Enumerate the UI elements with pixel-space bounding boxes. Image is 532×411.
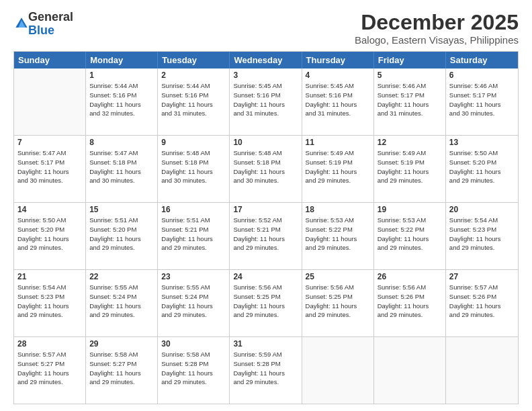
daylight-text: Daylight: 11 hours bbox=[378, 302, 429, 310]
daylight-text2: and 29 minutes. bbox=[233, 311, 279, 318]
day-number: 11 bbox=[306, 138, 370, 147]
daylight-text2: and 29 minutes. bbox=[161, 244, 207, 251]
sunrise-text: Sunrise: 5:49 AM bbox=[306, 149, 354, 156]
day-number: 9 bbox=[161, 138, 226, 147]
day-number: 27 bbox=[449, 272, 515, 281]
cal-cell: 22Sunrise: 5:55 AMSunset: 5:24 PMDayligh… bbox=[86, 270, 158, 336]
sunset-text: Sunset: 5:16 PM bbox=[89, 91, 136, 99]
sunset-text: Sunset: 5:28 PM bbox=[161, 360, 208, 367]
cal-cell: 12Sunrise: 5:49 AMSunset: 5:19 PMDayligh… bbox=[374, 136, 446, 202]
header: General Blue December 2025 Balogo, Easte… bbox=[13, 11, 519, 46]
day-number: 12 bbox=[378, 138, 442, 147]
cell-info: Sunrise: 5:56 AMSunset: 5:25 PMDaylight:… bbox=[233, 283, 298, 320]
sunrise-text: Sunrise: 5:48 AM bbox=[161, 149, 210, 156]
cal-cell: 20Sunrise: 5:54 AMSunset: 5:23 PMDayligh… bbox=[446, 203, 518, 269]
cell-info: Sunrise: 5:57 AMSunset: 5:27 PMDaylight:… bbox=[17, 350, 82, 387]
daylight-text: Daylight: 11 hours bbox=[449, 101, 501, 108]
calendar: SundayMondayTuesdayWednesdayThursdayFrid… bbox=[13, 51, 519, 404]
sunset-text: Sunset: 5:20 PM bbox=[17, 226, 64, 233]
daylight-text: Daylight: 11 hours bbox=[89, 235, 141, 242]
calendar-header: SundayMondayTuesdayWednesdayThursdayFrid… bbox=[14, 52, 518, 68]
daylight-text2: and 29 minutes. bbox=[161, 311, 207, 318]
header-day-thursday: Thursday bbox=[302, 52, 374, 68]
daylight-text: Daylight: 11 hours bbox=[17, 302, 69, 310]
sunrise-text: Sunrise: 5:53 AM bbox=[378, 216, 426, 224]
sunrise-text: Sunrise: 5:51 AM bbox=[89, 216, 138, 224]
cell-info: Sunrise: 5:48 AMSunset: 5:18 PMDaylight:… bbox=[161, 148, 226, 185]
sunset-text: Sunset: 5:19 PM bbox=[306, 158, 353, 166]
day-number: 14 bbox=[17, 205, 82, 214]
daylight-text2: and 29 minutes. bbox=[161, 378, 207, 385]
sunrise-text: Sunrise: 5:46 AM bbox=[449, 82, 498, 89]
day-number: 13 bbox=[449, 138, 515, 147]
daylight-text: Daylight: 11 hours bbox=[89, 369, 141, 377]
sunrise-text: Sunrise: 5:55 AM bbox=[161, 283, 210, 291]
day-number: 20 bbox=[449, 205, 515, 214]
sunrise-text: Sunrise: 5:56 AM bbox=[233, 283, 281, 291]
sunset-text: Sunset: 5:23 PM bbox=[449, 226, 496, 233]
daylight-text: Daylight: 11 hours bbox=[306, 101, 357, 108]
sunrise-text: Sunrise: 5:44 AM bbox=[89, 82, 138, 89]
cell-info: Sunrise: 5:51 AMSunset: 5:21 PMDaylight:… bbox=[161, 216, 226, 253]
sunset-text: Sunset: 5:26 PM bbox=[449, 293, 496, 300]
daylight-text2: and 32 minutes. bbox=[89, 109, 135, 117]
daylight-text: Daylight: 11 hours bbox=[161, 369, 213, 377]
sunset-text: Sunset: 5:23 PM bbox=[17, 293, 64, 300]
sunset-text: Sunset: 5:28 PM bbox=[233, 360, 280, 367]
cell-info: Sunrise: 5:53 AMSunset: 5:22 PMDaylight:… bbox=[378, 216, 442, 253]
cell-info: Sunrise: 5:57 AMSunset: 5:26 PMDaylight:… bbox=[449, 283, 515, 320]
sunrise-text: Sunrise: 5:44 AM bbox=[161, 82, 210, 89]
cal-cell: 25Sunrise: 5:56 AMSunset: 5:25 PMDayligh… bbox=[302, 270, 374, 336]
sunrise-text: Sunrise: 5:48 AM bbox=[233, 149, 281, 156]
day-number: 5 bbox=[378, 71, 442, 80]
daylight-text2: and 29 minutes. bbox=[17, 244, 63, 251]
daylight-text2: and 31 minutes. bbox=[306, 109, 351, 117]
sunrise-text: Sunrise: 5:56 AM bbox=[378, 283, 426, 291]
logo-text: General Blue bbox=[28, 11, 73, 38]
day-number: 19 bbox=[378, 205, 442, 214]
day-number: 1 bbox=[89, 71, 154, 80]
daylight-text: Daylight: 11 hours bbox=[378, 168, 429, 175]
day-number: 21 bbox=[17, 272, 82, 281]
cell-info: Sunrise: 5:50 AMSunset: 5:20 PMDaylight:… bbox=[17, 216, 82, 253]
sunrise-text: Sunrise: 5:57 AM bbox=[17, 351, 66, 358]
daylight-text2: and 30 minutes. bbox=[449, 109, 495, 117]
day-number: 31 bbox=[233, 339, 298, 349]
cell-info: Sunrise: 5:51 AMSunset: 5:20 PMDaylight:… bbox=[89, 216, 154, 253]
daylight-text: Daylight: 11 hours bbox=[449, 235, 501, 242]
cell-info: Sunrise: 5:59 AMSunset: 5:28 PMDaylight:… bbox=[233, 350, 298, 387]
calendar-body: 1Sunrise: 5:44 AMSunset: 5:16 PMDaylight… bbox=[14, 68, 518, 404]
day-number: 16 bbox=[161, 205, 226, 214]
daylight-text: Daylight: 11 hours bbox=[233, 101, 285, 108]
cell-info: Sunrise: 5:44 AMSunset: 5:16 PMDaylight:… bbox=[161, 81, 226, 118]
sunrise-text: Sunrise: 5:54 AM bbox=[449, 216, 498, 224]
sunrise-text: Sunrise: 5:50 AM bbox=[17, 216, 66, 224]
cal-cell: 17Sunrise: 5:52 AMSunset: 5:21 PMDayligh… bbox=[230, 203, 302, 269]
cell-info: Sunrise: 5:48 AMSunset: 5:18 PMDaylight:… bbox=[233, 148, 298, 185]
cal-cell bbox=[302, 337, 374, 404]
logo-blue: Blue bbox=[28, 24, 73, 38]
sunrise-text: Sunrise: 5:45 AM bbox=[233, 82, 281, 89]
daylight-text: Daylight: 11 hours bbox=[89, 168, 141, 175]
sunrise-text: Sunrise: 5:50 AM bbox=[449, 149, 498, 156]
cell-info: Sunrise: 5:45 AMSunset: 5:16 PMDaylight:… bbox=[233, 81, 298, 118]
header-day-sunday: Sunday bbox=[14, 52, 86, 68]
daylight-text2: and 29 minutes. bbox=[449, 244, 495, 251]
cell-info: Sunrise: 5:46 AMSunset: 5:17 PMDaylight:… bbox=[378, 81, 442, 118]
sunset-text: Sunset: 5:22 PM bbox=[378, 226, 425, 233]
daylight-text2: and 31 minutes. bbox=[378, 109, 423, 117]
daylight-text: Daylight: 11 hours bbox=[161, 168, 213, 175]
daylight-text2: and 31 minutes. bbox=[161, 109, 207, 117]
cell-info: Sunrise: 5:45 AMSunset: 5:16 PMDaylight:… bbox=[306, 81, 370, 118]
daylight-text2: and 30 minutes. bbox=[89, 177, 135, 184]
cell-info: Sunrise: 5:49 AMSunset: 5:19 PMDaylight:… bbox=[306, 148, 370, 185]
day-number: 6 bbox=[449, 71, 515, 80]
sunset-text: Sunset: 5:25 PM bbox=[306, 293, 353, 300]
cal-cell: 18Sunrise: 5:53 AMSunset: 5:22 PMDayligh… bbox=[302, 203, 374, 269]
day-number: 3 bbox=[233, 71, 298, 80]
sunset-text: Sunset: 5:16 PM bbox=[233, 91, 280, 99]
daylight-text: Daylight: 11 hours bbox=[17, 168, 69, 175]
daylight-text2: and 29 minutes. bbox=[449, 311, 495, 318]
cal-cell: 23Sunrise: 5:55 AMSunset: 5:24 PMDayligh… bbox=[158, 270, 230, 336]
daylight-text2: and 29 minutes. bbox=[306, 244, 351, 251]
